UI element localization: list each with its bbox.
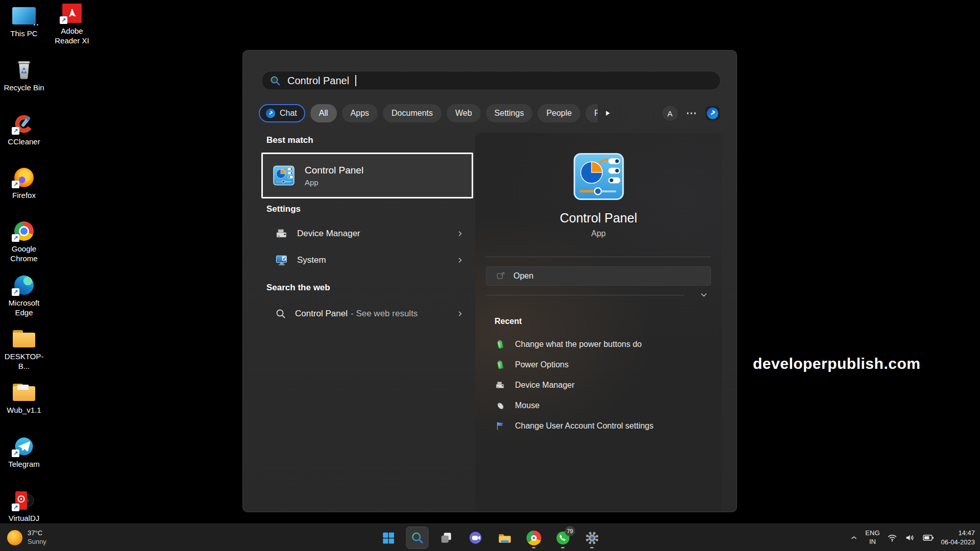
control-panel-icon [273,165,295,186]
recent-header: Recent [495,317,722,326]
desktop-icon-label: VirtualDJ [9,514,40,523]
desktop-icon-desktop-folder[interactable]: DESKTOP-B... [0,328,48,371]
desktop-icon-wub-folder[interactable]: Wub_v1.1 [0,382,48,415]
shortcut-arrow-icon: ↗ [12,288,19,296]
tab-label: Folders [594,109,598,118]
file-explorer-icon [497,531,512,545]
recent-label: Mouse [515,401,540,410]
bing-icon[interactable] [705,106,720,121]
running-indicator [532,547,535,548]
tab-label: All [319,109,328,118]
settings-result-device-manager[interactable]: Device Manager [261,220,473,247]
tab-label: Chat [280,109,297,118]
battery-icon[interactable] [922,532,935,544]
detail-title: Control Panel [475,211,722,226]
taskbar-weather-widget[interactable]: 37°C Sunny [7,524,46,551]
desktop-icon-adobe-reader[interactable]: ↗ Adobe Reader XI [48,3,96,46]
taskbar: 37°C Sunny [0,523,980,551]
result-title: Control Panel [305,165,363,176]
search-query-text: Control Panel [287,75,349,87]
tabs-overflow-arrow[interactable] [601,109,614,117]
recent-item-power-options[interactable]: Power Options [475,355,722,375]
teams-chat-button[interactable] [464,527,487,549]
device-manager-icon [495,380,506,391]
desktop-icon-telegram[interactable]: ↗ Telegram [0,436,48,469]
bing-chat-icon [265,108,276,119]
best-match-result[interactable]: Control Panel App [261,153,473,198]
tab-label: Settings [495,109,524,118]
desktop-icon-recycle-bin[interactable]: Recycle Bin [0,59,48,93]
settings-taskbar-button[interactable] [581,527,603,549]
running-indicator [561,547,565,548]
chevron-down-icon[interactable] [699,290,709,300]
recent-item-power-buttons[interactable]: Change what the power buttons do [475,334,722,355]
volume-icon[interactable] [904,532,916,543]
language-region: IN [865,538,879,546]
shortcut-arrow-icon: ↗ [12,181,19,188]
desktop-icon-google-chrome[interactable]: ↗ Google Chrome [0,220,48,264]
whatsapp-badge: 79 [565,526,575,536]
desktop-icon-virtualdj[interactable]: ↗ VirtualDJ [0,490,48,523]
tab-documents[interactable]: Documents [383,104,442,122]
tab-apps[interactable]: Apps [342,104,378,122]
wifi-icon[interactable] [887,532,898,543]
more-options-button[interactable] [687,112,696,114]
result-subtitle: App [305,178,363,187]
search-icon [269,74,281,87]
mouse-icon [495,400,506,411]
start-button[interactable] [377,527,400,549]
uac-flag-icon [495,420,506,432]
recent-item-mouse[interactable]: Mouse [475,395,722,416]
desktop-icon-label: Firefox [12,191,36,201]
open-action-button[interactable]: Open [486,266,711,286]
chrome-taskbar-button[interactable] [523,527,545,549]
settings-section-header: Settings [261,204,473,214]
desktop-icon-this-pc[interactable]: This PC [0,5,48,39]
file-explorer-button[interactable] [494,527,516,549]
detail-subtitle: App [475,229,722,238]
search-input[interactable]: Control Panel [261,71,721,90]
web-search-result[interactable]: Control Panel- See web results [261,300,473,327]
desktop-icon-label: DESKTOP-B... [1,352,47,371]
desktop-icon-firefox[interactable]: ↗ Firefox [0,167,48,201]
whatsapp-taskbar-button[interactable]: 79 [552,527,574,549]
taskbar-search-button[interactable] [406,527,429,549]
recycle-bin-icon [14,59,34,81]
chevron-right-icon [456,230,464,238]
recent-item-device-manager[interactable]: Device Manager [475,375,722,395]
tab-settings[interactable]: Settings [486,104,533,122]
desktop-icon-microsoft-edge[interactable]: ↗ Microsoft Edge [0,274,48,318]
settings-result-system[interactable]: System [261,247,473,273]
account-avatar[interactable]: A [663,106,678,121]
search-icon [410,531,425,545]
divider [486,257,711,257]
clock[interactable]: 14:47 06-04-2023 [941,529,975,546]
sun-icon [7,530,22,545]
task-view-button[interactable] [435,527,458,549]
control-panel-icon-large [573,153,624,201]
tab-label: Web [455,109,472,118]
recent-list: Change what the power buttons do Power O… [475,334,722,436]
play-arrow-icon [603,109,611,117]
task-view-icon [440,531,453,544]
desktop-icon-label: This PC [10,29,37,39]
recent-label: Change User Account Control settings [515,421,653,431]
date: 06-04-2023 [941,538,975,547]
web-section-header: Search the web [261,283,473,293]
tab-chat[interactable]: Chat [259,104,305,122]
desktop-icon-ccleaner[interactable]: ↗ CCleaner [0,113,48,147]
tab-web[interactable]: Web [447,104,481,122]
recent-item-uac-settings[interactable]: Change User Account Control settings [475,416,722,436]
language-indicator[interactable]: ENG IN [865,529,879,546]
tab-people[interactable]: People [537,104,580,122]
teams-chat-icon [469,531,483,545]
divider [486,295,684,295]
settings-gear-icon [584,531,599,545]
shortcut-arrow-icon: ↗ [12,127,19,135]
desktop-icon-label: Microsoft Edge [1,298,47,318]
folder-icon [13,330,35,347]
tab-folders[interactable]: Folders [585,104,598,122]
tab-all[interactable]: All [310,104,337,122]
shortcut-arrow-icon: ↗ [60,16,67,24]
tray-chevron-up-icon[interactable] [849,533,859,542]
